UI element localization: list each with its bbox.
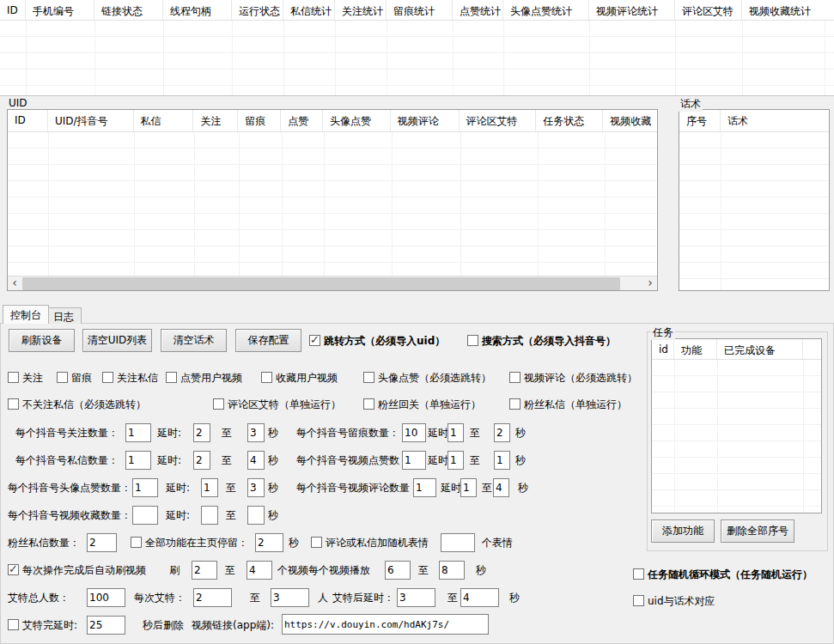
column-header[interactable]: 视频评论统计 [589, 0, 675, 20]
at-total-input[interactable] [87, 588, 125, 607]
trace-delay-to-input[interactable] [494, 423, 510, 442]
video-comment-checkbox[interactable] [509, 372, 520, 383]
column-header[interactable]: 私信统计 [283, 0, 335, 20]
avatar-like-delay-to-input[interactable] [247, 478, 265, 497]
fav-user-video-label: 收藏用户视频 [276, 372, 338, 384]
follow-delay-from-input[interactable] [193, 423, 210, 442]
scroll-left-icon[interactable]: ‹ [8, 276, 21, 291]
video-fav-delay-from-input[interactable] [201, 506, 218, 525]
column-header[interactable]: 评论区艾特 [675, 0, 742, 20]
horizontal-scrollbar[interactable]: ‹ › [8, 276, 657, 290]
column-header[interactable]: 手机编号 [26, 0, 94, 20]
no-follow-dm-checkbox[interactable] [8, 398, 19, 410]
clear-script-button[interactable]: 清空话术 [161, 329, 227, 352]
at-each-from-input[interactable] [193, 588, 232, 607]
at-done-delay-checkbox[interactable] [8, 619, 19, 630]
column-header[interactable]: 关注 [193, 110, 238, 131]
trace-checkbox[interactable] [57, 372, 68, 383]
play-from-input[interactable] [385, 561, 411, 580]
delete-all-button[interactable]: 删除全部序号 [721, 519, 794, 543]
column-header[interactable]: 任务状态 [536, 110, 603, 131]
column-header[interactable]: id [652, 339, 674, 359]
column-header[interactable]: 留痕统计 [387, 0, 453, 20]
column-header[interactable]: 私信 [134, 110, 194, 131]
dm-count-input[interactable] [125, 451, 151, 470]
fav-user-video-checkbox[interactable] [261, 372, 272, 383]
add-function-button[interactable]: 添加功能 [651, 519, 715, 543]
column-header[interactable]: 序号 [679, 110, 721, 131]
comment-at-checkbox[interactable] [213, 398, 224, 410]
column-header[interactable]: 评论区艾特 [460, 110, 537, 131]
swipe-from-input[interactable] [192, 561, 217, 580]
trace-delay-from-input[interactable] [447, 423, 464, 442]
save-config-button[interactable]: 保存配置 [235, 329, 301, 352]
homepage-stay-input[interactable] [255, 533, 283, 552]
column-header[interactable]: 线程句柄 [163, 0, 232, 20]
column-header[interactable]: 运行状态 [232, 0, 283, 20]
follow-checkbox[interactable] [8, 372, 19, 383]
column-header[interactable]: UID/抖音号 [48, 110, 134, 131]
scroll-right-icon[interactable]: › [643, 276, 657, 291]
clear-uid-list-button[interactable]: 清空UID列表 [82, 329, 152, 352]
video-like-count-input[interactable] [402, 451, 426, 470]
avatar-like-count-input[interactable] [132, 478, 158, 497]
column-header[interactable]: 点赞统计 [453, 0, 503, 20]
swipe-to-input[interactable] [247, 561, 272, 580]
follow-count-input[interactable] [125, 423, 151, 442]
random-loop-checkbox[interactable] [633, 568, 644, 580]
column-header[interactable] [803, 339, 821, 359]
avatar-like-delay-from-input[interactable] [201, 478, 218, 497]
fan-follow-back-checkbox[interactable] [363, 398, 374, 410]
at-done-delay-input[interactable] [87, 616, 125, 635]
video-comment-delay-from-input[interactable] [460, 478, 477, 497]
delay-label: 延时: [157, 454, 181, 466]
random-emoji-checkbox[interactable] [311, 537, 322, 548]
auto-swipe-checkbox[interactable] [8, 564, 19, 575]
video-fav-count-input[interactable] [132, 506, 158, 525]
follow-delay-to-input[interactable] [247, 423, 265, 442]
video-like-delay-from-input[interactable] [447, 451, 464, 470]
column-header[interactable]: ID [8, 110, 48, 131]
at-each-to-input[interactable] [271, 588, 309, 607]
column-header[interactable]: 视频评论 [391, 110, 460, 131]
to-label: 至 [226, 482, 236, 494]
column-header[interactable]: 话术 [721, 110, 829, 131]
tab-log[interactable]: 日志 [46, 307, 82, 324]
tab-console[interactable]: 控制台 [3, 305, 49, 324]
video-link-input[interactable] [282, 614, 489, 635]
column-header[interactable]: 视频收藏 [603, 110, 657, 131]
column-header[interactable]: 头像点赞统计 [503, 0, 589, 20]
fan-dm-checkbox[interactable] [509, 398, 520, 410]
play-to-input[interactable] [439, 561, 465, 580]
video-comment-count-input[interactable] [413, 478, 436, 497]
scrollbar-thumb[interactable] [22, 277, 620, 290]
video-comment-delay-to-input[interactable] [493, 478, 509, 497]
homepage-stay-checkbox[interactable] [131, 537, 142, 548]
follow-dm-checkbox[interactable] [102, 372, 113, 383]
refresh-device-button[interactable]: 刷新设备 [9, 329, 75, 352]
column-header[interactable]: 链接状态 [94, 0, 163, 20]
fan-dm-count-input[interactable] [87, 533, 117, 552]
column-header[interactable]: 功能 [674, 339, 717, 359]
search-mode-checkbox[interactable] [467, 335, 478, 346]
avatar-like-checkbox[interactable] [363, 372, 374, 383]
column-header[interactable]: 关注统计 [335, 0, 387, 20]
trace-count-input[interactable] [402, 423, 426, 442]
column-header[interactable]: 头像点赞 [323, 110, 391, 131]
dm-delay-to-input[interactable] [247, 451, 265, 470]
at-delay-from-input[interactable] [397, 588, 435, 607]
column-header[interactable]: 已完成设备 [717, 339, 803, 359]
column-header[interactable]: 点赞 [281, 110, 323, 131]
column-header[interactable]: ID [0, 0, 26, 20]
column-header[interactable]: 留痕 [238, 110, 281, 131]
uid-script-match-checkbox[interactable] [633, 595, 644, 606]
at-delay-to-input[interactable] [460, 588, 499, 607]
swipe-prefix-label: 刷 [169, 564, 180, 576]
jump-mode-checkbox[interactable] [309, 335, 320, 346]
random-emoji-count-input[interactable] [441, 533, 475, 552]
dm-delay-from-input[interactable] [193, 451, 210, 470]
video-like-delay-to-input[interactable] [494, 451, 510, 470]
video-fav-delay-to-input[interactable] [247, 506, 265, 525]
column-header[interactable]: 视频收藏统计 [742, 0, 825, 20]
like-user-video-checkbox[interactable] [166, 372, 177, 383]
